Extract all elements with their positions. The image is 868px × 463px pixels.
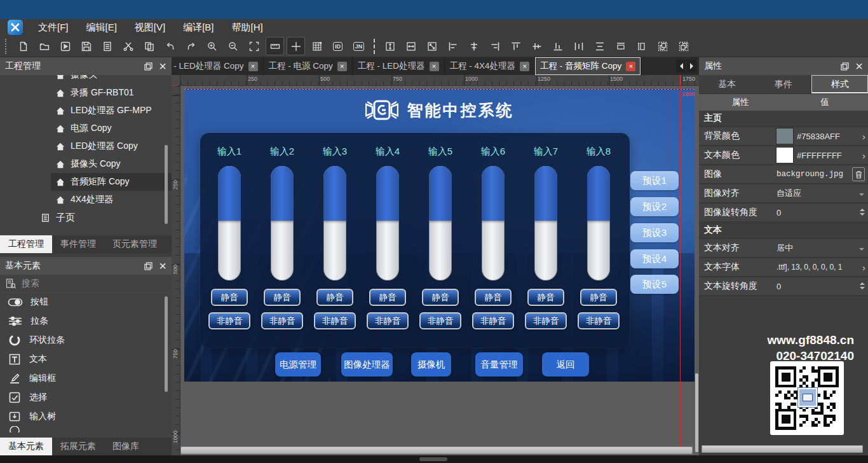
align-top-icon[interactable] [507, 38, 524, 55]
menu-edit[interactable]: 编辑[E] [78, 19, 126, 36]
same-width-icon[interactable] [612, 38, 629, 55]
mixer-panel[interactable]: 输入1 静音 非静音 输入2 静音 非静音 输入3 静音 非静音 [200, 133, 630, 348]
menu-file[interactable]: 文件[F] [29, 19, 78, 36]
close-panel-icon[interactable] [159, 259, 166, 272]
tab-scroll-left-icon[interactable] [676, 60, 686, 73]
float-panel-icon[interactable] [841, 62, 849, 71]
element-ring-slider[interactable]: 环状拉条 [0, 331, 172, 350]
close-tab-icon[interactable] [337, 62, 347, 71]
back-button[interactable]: 返回 [542, 352, 589, 377]
volume-slider[interactable] [587, 166, 610, 280]
image-processor-button[interactable]: 图像处理器 [341, 352, 393, 377]
tab-style[interactable]: 样式 [811, 75, 868, 93]
volume-slider[interactable] [271, 166, 294, 280]
tab-page-element-manage[interactable]: 页元素管理 [104, 235, 165, 253]
tree-item[interactable]: LED处理器 Copy [0, 137, 172, 155]
save-icon[interactable] [78, 38, 95, 55]
prop-image-rotation[interactable]: 图像旋转角度 0 [699, 204, 868, 223]
float-panel-icon[interactable] [144, 62, 153, 71]
align-bottom-icon[interactable] [549, 38, 566, 55]
prop-text-rotation[interactable]: 文本旋转角度 0 [699, 277, 868, 296]
tree-item[interactable]: LED处理器 GF-MPP [0, 102, 172, 120]
mute-button[interactable]: 静音 [316, 289, 353, 306]
number-spinner-icon[interactable] [860, 281, 865, 292]
tree-item[interactable]: 4X4处理器 [0, 191, 172, 209]
mute-button[interactable]: 静音 [580, 289, 617, 306]
guide-line[interactable] [680, 86, 681, 452]
close-panel-icon[interactable] [159, 60, 166, 73]
unmute-button[interactable]: 非静音 [525, 312, 567, 329]
align-center-vertical-icon[interactable] [528, 38, 545, 55]
tree-scrollbar[interactable] [165, 145, 168, 224]
camera-button[interactable]: 摄像机 [411, 352, 451, 377]
unmute-button[interactable]: 非静音 [208, 312, 250, 329]
tree-item[interactable]: 摄像头 [0, 75, 172, 84]
color-swatch[interactable] [776, 128, 793, 144]
prop-image[interactable]: 图像 backgroung.jpg [699, 165, 868, 184]
expand-chevron-icon[interactable] [862, 150, 865, 161]
distribute-vertical-icon[interactable] [591, 38, 608, 55]
preset-3-button[interactable]: 预设3 [630, 223, 679, 242]
mute-button[interactable]: 静音 [422, 289, 459, 306]
element-text[interactable]: 文本 [0, 350, 172, 369]
tab-event-manage[interactable]: 事件管理 [52, 235, 104, 253]
preset-2-button[interactable]: 预设2 [630, 197, 679, 216]
unmute-button[interactable]: 非静音 [314, 312, 356, 329]
close-tab-icon[interactable] [626, 62, 635, 71]
redo-icon[interactable] [182, 38, 200, 55]
close-tab-icon[interactable] [430, 62, 439, 71]
expand-chevron-icon[interactable] [862, 262, 865, 273]
mute-button[interactable]: 静音 [264, 289, 301, 306]
section-homepage[interactable]: 主页 [699, 111, 868, 127]
tab-events[interactable]: 事件 [756, 75, 812, 93]
doc-tab-active[interactable]: 工程 - 音频矩阵 Copy [535, 57, 641, 75]
zoom-out-icon[interactable] [224, 38, 241, 55]
bring-to-front-icon[interactable] [654, 38, 671, 55]
mute-button[interactable]: 静音 [369, 289, 406, 306]
preset-5-button[interactable]: 预设5 [630, 275, 679, 294]
tab-extended-elements[interactable]: 拓展元素 [52, 438, 104, 455]
section-text[interactable]: 文本 [699, 223, 868, 239]
preset-4-button[interactable]: 预设4 [630, 249, 679, 268]
prop-text-color[interactable]: 文本颜色 #FFFFFFFF [699, 146, 868, 165]
cut-icon[interactable] [119, 38, 137, 55]
design-page[interactable]: 智能中控系统 输入1 静音 非静音 输入2 静音 非静音 输入3 [184, 89, 695, 382]
prop-image-align[interactable]: 图像对齐 自适应 [699, 184, 868, 204]
resize-vertical-icon[interactable] [381, 38, 398, 55]
volume-slider[interactable] [534, 166, 557, 280]
splitter-handle[interactable] [419, 457, 447, 461]
volume-manage-button[interactable]: 音量管理 [475, 352, 523, 377]
run-icon[interactable] [57, 38, 74, 55]
unmute-button[interactable]: 非静音 [578, 312, 620, 329]
tab-basic-elements[interactable]: 基本元素 [0, 438, 52, 455]
copy-icon[interactable] [140, 38, 158, 55]
prop-background-color[interactable]: 背景颜色 #75838AFF [699, 127, 868, 146]
toolbar-drag-handle[interactable] [5, 39, 8, 54]
float-panel-icon[interactable] [144, 262, 153, 270]
tab-image-library[interactable]: 图像库 [104, 438, 147, 455]
tree-item[interactable]: 录播 GF-RBT01 [0, 84, 172, 102]
tree-item[interactable]: 电源 Copy [0, 120, 172, 137]
open-folder-icon[interactable] [36, 38, 53, 55]
align-left-icon[interactable] [444, 38, 461, 55]
unmute-button[interactable]: 非静音 [472, 312, 514, 329]
doc-tab[interactable]: 工程 - 电源 Copy [264, 57, 353, 75]
tab-basic[interactable]: 基本 [699, 75, 756, 93]
ruler-icon[interactable] [266, 38, 283, 55]
menu-help[interactable]: 帮助[H] [223, 19, 272, 36]
element-checkbox[interactable]: 选择 [0, 388, 172, 407]
close-tab-icon[interactable] [248, 62, 258, 71]
volume-slider[interactable] [482, 166, 505, 280]
tree-item-subpage[interactable]: 子页 [0, 209, 172, 226]
new-file-icon[interactable] [15, 38, 32, 55]
volume-slider[interactable] [429, 166, 452, 280]
delete-image-icon[interactable] [852, 167, 865, 181]
prop-text-font[interactable]: 文本字体 .ttf], 13, 0, 0, 0, 0, 1 [699, 258, 868, 277]
canvas-horizontal-scrollbar[interactable] [180, 446, 693, 454]
expand-chevron-icon[interactable] [862, 131, 865, 142]
close-panel-icon[interactable] [855, 60, 863, 73]
element-partial[interactable] [0, 426, 172, 432]
canvas-vertical-scrollbar[interactable] [695, 373, 698, 452]
align-center-horizontal-icon[interactable] [465, 38, 482, 55]
element-slider[interactable]: 拉条 [0, 312, 172, 331]
